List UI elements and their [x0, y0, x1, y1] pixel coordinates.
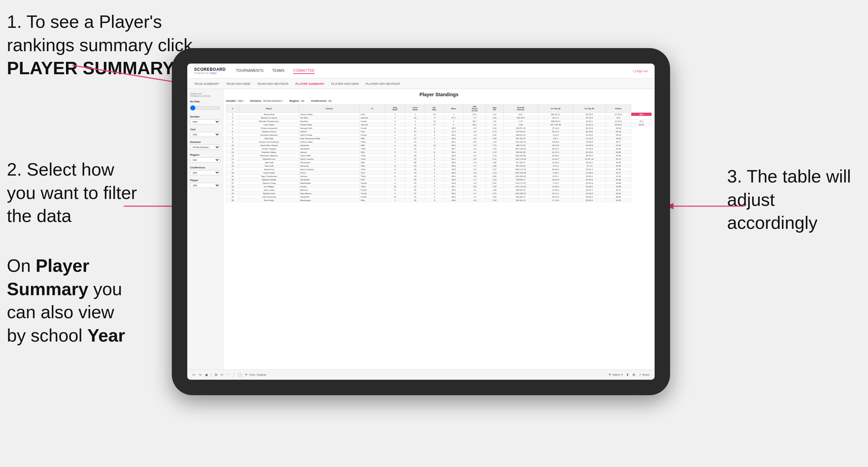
table-cell: 1 [385, 137, 405, 140]
table-cell: -4.1 [464, 151, 486, 154]
watch-icon: 👁 [609, 373, 611, 376]
table-cell: 26-23-1 [538, 195, 573, 199]
table-cell: 1 [385, 144, 405, 147]
table-row: 26Petr HrubyWashingtonFifth725068.6-1.81… [226, 199, 652, 202]
nav-tournaments[interactable]: TOURNAMENTS [236, 68, 264, 74]
nav-teams[interactable]: TEAMS [272, 68, 285, 74]
table-cell: 24-10-4 [573, 133, 605, 137]
table-cell: Washington [299, 199, 359, 202]
nav-committee[interactable]: COMMITTEE [293, 68, 315, 74]
col-points: Points [605, 105, 631, 113]
nav-bar: SCOREBOARD Powered by clippi TOURNAMENTS… [187, 64, 655, 79]
no-rds-section: No Rds. [190, 100, 220, 112]
table-cell: 40.54 [605, 164, 631, 168]
table-cell: 16 [425, 120, 444, 123]
sub-nav-team-h2h-heatmap[interactable]: TEAM H2H HEATMAP [257, 82, 289, 86]
undo-icon[interactable]: ↩ [192, 373, 195, 377]
table-cell: 20-29-1 [538, 154, 573, 157]
table-cell: 40.96 [605, 151, 631, 154]
table-cell: Maxwell Ford [239, 157, 299, 161]
table-cell: 16 [226, 164, 239, 168]
share-button[interactable]: ↗ Share [639, 373, 649, 376]
download-icon[interactable]: ⬇ [626, 373, 629, 377]
table-cell: -1.2 [464, 195, 486, 199]
col-vs-top25: Vs Top 25 [538, 105, 573, 113]
sub-nav-team-h2h-grid[interactable]: TEAM H2H GRID [226, 82, 251, 86]
table-cell: 14-26-1 [538, 185, 573, 188]
table-cell: 19 [226, 175, 239, 178]
view-original[interactable]: 👁 View: Original [245, 373, 266, 376]
table-cell: 1 [385, 113, 405, 116]
table-cell: 26 [226, 199, 239, 202]
player-select[interactable]: (All) [190, 183, 220, 188]
table-row: 16Alex GoffKentuckyFifth819068.3-1.71.92… [226, 164, 652, 168]
toolbar-divider-2 [234, 372, 234, 378]
table-cell: 547-142-38 [538, 123, 573, 126]
table-cell: 1.15 [486, 154, 503, 157]
year-select[interactable]: (All) [190, 132, 220, 137]
table-cell: North Carolina [299, 157, 359, 161]
table-cell: 68.0 [444, 126, 463, 130]
table-cell: Phichakun Maichon [239, 154, 299, 157]
table-cell: 10 [425, 144, 444, 147]
table-cell: 1.47 [503, 120, 538, 123]
table-cell: 17-14-2 [538, 199, 573, 202]
table-cell: 500-155-36 [503, 171, 538, 175]
table-cell: Jacob Skov Olesen [239, 144, 299, 147]
sign-out-link[interactable]: Sign out [636, 69, 648, 73]
table-cell: 1.98 [503, 123, 538, 126]
table-cell: -1.7 [464, 164, 486, 168]
table-cell: 4 [226, 123, 239, 126]
table-cell: 69.2 [444, 175, 463, 178]
redo-icon[interactable]: ↪ [199, 373, 201, 377]
table-cell: 54-51-4 [573, 168, 605, 171]
region-select[interactable]: N/A [190, 157, 220, 163]
more-icon[interactable]: ⋯ [227, 373, 230, 377]
table-row: 4Luke ClatonFlorida StateSecond1227268.2… [226, 123, 652, 126]
table-cell: Fourth [359, 188, 385, 192]
table-cell: 31-15-1 [538, 151, 573, 154]
table-cell: 1.43 [486, 185, 503, 188]
table-cell: 13 [226, 154, 239, 157]
table-cell: 21 [405, 126, 425, 130]
conference-filter: Conference: All [311, 99, 332, 102]
sub-nav-team-summary[interactable]: TEAM SUMMARY [194, 82, 219, 86]
sub-nav-player-summary[interactable]: PLAYER SUMMARY [296, 82, 324, 86]
table-cell: 68.2 [444, 133, 463, 137]
table-cell: 462-96-12 [503, 195, 538, 199]
table-cell: 27 [425, 123, 444, 126]
table-cell: -1.0 [464, 154, 486, 157]
sub-nav-player-h2h-heatmap[interactable]: PLAYER H2H HEATMAP [366, 82, 400, 86]
gender-select[interactable]: Men [190, 119, 220, 124]
table-cell: 8 [226, 137, 239, 140]
table-cell: 44-64-6 [573, 140, 605, 144]
table-cell: 1.14 [486, 140, 503, 144]
no-rds-slider[interactable] [190, 105, 220, 111]
division-select[interactable]: NCAA Division I [190, 145, 220, 150]
table-cell: New Mexico [299, 192, 359, 195]
main-navigation: TOURNAMENTS TEAMS COMMITTEE [236, 68, 632, 74]
table-cell: 38.45 [605, 199, 631, 202]
copy-icon[interactable]: ⧉ [215, 373, 217, 377]
table-cell: 24 [405, 171, 425, 175]
sub-nav-player-h2h-grid[interactable]: PLAYER H2H GRID [331, 82, 359, 86]
table-cell: Fifth [359, 164, 385, 168]
table-cell: Third [359, 147, 385, 151]
region-filter: Region: All [289, 99, 304, 102]
table-cell: 50-18-6 [573, 151, 605, 154]
table-cell: 17 [226, 168, 239, 171]
back-icon[interactable]: ◀ [205, 373, 208, 377]
conference-select[interactable]: (All) [190, 170, 220, 175]
settings-icon[interactable]: ⚙ [632, 373, 635, 377]
table-cell: 46.77 [605, 140, 631, 144]
watch-button[interactable]: 👁 Watch ▾ [609, 373, 622, 376]
table-row: 6Jackson KoivunAuburnFirst127667.3-2.02.… [226, 130, 652, 133]
year-section: Year (All) [190, 128, 220, 137]
instruction-step1-bold: PLAYER SUMMARY [7, 58, 174, 78]
table-row: 9Preston SummerhaysArizona StateThird324… [226, 140, 652, 144]
cut-icon[interactable]: ✂ [221, 373, 223, 377]
table-cell: 412-179-38 [503, 157, 538, 161]
division-filter: Division: NCAA Division I [250, 99, 282, 102]
clock-icon[interactable]: 🕐 [237, 373, 242, 377]
table-cell: -2.5 [464, 126, 486, 130]
